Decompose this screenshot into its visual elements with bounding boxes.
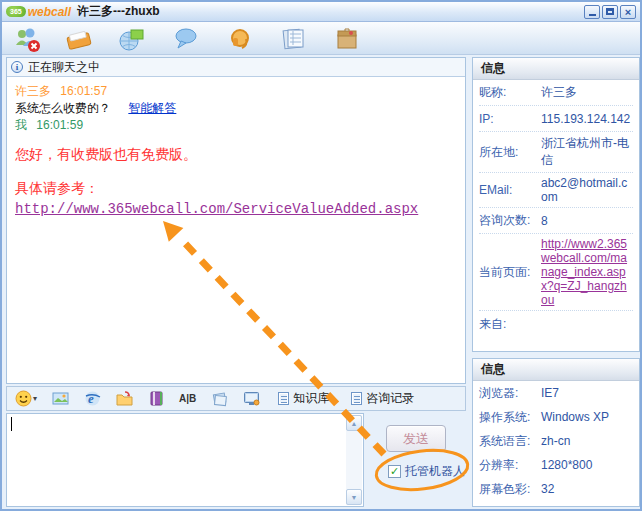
smart-answer-link[interactable]: 智能解答 <box>128 101 176 115</box>
reply-url-link[interactable]: http://www.365webcall.com/ServiceValueAd… <box>15 201 418 217</box>
info-label: 浏览器: <box>479 385 541 402</box>
info-icon: i <box>11 61 23 73</box>
app-window: 365 webcall 许三多---zhuxb × <box>0 0 642 511</box>
robot-checkbox-label: 托管机器人 <box>405 463 465 480</box>
info-row-nickname: 昵称: 许三多 <box>479 80 633 106</box>
chat-panel: i 正在聊天之中 许三多 16:01:57 系统怎么收费的？ 智能解答 我 16… <box>6 57 466 384</box>
main-toolbar <box>2 22 640 55</box>
chat-log[interactable]: 许三多 16:01:57 系统怎么收费的？ 智能解答 我 16:01:59 您好… <box>7 77 465 383</box>
scroll-up-button[interactable]: ▲ <box>346 415 362 431</box>
scroll-down-button[interactable]: ▼ <box>346 489 362 505</box>
document-icon <box>278 392 289 405</box>
logo-brand: webcall <box>28 5 71 19</box>
document-icon <box>351 392 362 405</box>
reply-line-1: 您好，有收费版也有免费版。 <box>15 144 457 164</box>
chat-history-label: 咨询记录 <box>366 390 414 407</box>
info-row-color-depth: 屏幕色彩: 32 <box>479 477 633 501</box>
message-input[interactable]: ▲ ▼ <box>6 413 364 507</box>
info-label: EMail: <box>479 183 541 197</box>
info-row-resolution: 分辨率: 1280*800 <box>479 453 633 477</box>
info-row-visits: 咨询次数: 8 <box>479 208 633 234</box>
info-label: 操作系统: <box>479 409 541 426</box>
maximize-icon <box>606 8 614 15</box>
font-style-button[interactable]: A|B <box>179 393 196 404</box>
maximize-button[interactable] <box>602 5 618 19</box>
info-value: zh-cn <box>541 434 633 448</box>
toolbox-button[interactable] <box>334 25 362 53</box>
close-button[interactable]: × <box>620 5 636 19</box>
browser-button[interactable]: e <box>84 390 101 407</box>
info-row-referrer: 来自: <box>479 311 633 337</box>
my-name: 我 <box>15 118 27 132</box>
info-value: IE7 <box>541 386 633 400</box>
info-value: abc2@hotmail.com <box>541 176 633 204</box>
robot-checkbox-row[interactable]: 托管机器人 <box>388 463 465 480</box>
info-row-current-page: 当前页面: http://www2.365webcall.com/manage_… <box>479 234 633 311</box>
composer-toolbar: ▾ e A|B 知识库 <box>6 386 466 411</box>
info-row-os: 操作系统: Windows XP <box>479 405 633 429</box>
my-message-header: 我 16:01:59 <box>15 117 457 134</box>
info-row-browser: 浏览器: IE7 <box>479 381 633 405</box>
block-user-button[interactable] <box>13 25 41 53</box>
title-bar: 365 webcall 许三多---zhuxb × <box>2 2 640 22</box>
send-message-button[interactable] <box>172 25 200 53</box>
visitor-name: 许三多 <box>15 84 51 98</box>
visitor-info-header: 信息 <box>473 58 639 80</box>
info-label: 系统语言: <box>479 433 541 450</box>
chat-records-button[interactable] <box>280 25 308 53</box>
chat-records-icon <box>280 25 308 53</box>
info-value: 32 <box>541 482 633 496</box>
visitor-info-panel: 信息 昵称: 许三多 IP: 115.193.124.142 所在地: 浙江省杭… <box>472 57 640 352</box>
input-scrollbar[interactable]: ▲ ▼ <box>346 415 362 505</box>
documents-button[interactable] <box>211 390 228 407</box>
info-row-email: EMail: abc2@hotmail.com <box>479 173 633 208</box>
reply-line-2: 具体请参考： <box>15 178 457 198</box>
current-page-link[interactable]: http://www2.365webcall.com/manage_index.… <box>541 237 633 307</box>
chat-status-bar: i 正在聊天之中 <box>7 58 465 77</box>
info-label: 当前页面: <box>479 264 541 281</box>
info-label: 屏幕色彩: <box>479 481 541 498</box>
insert-image-button[interactable] <box>52 390 69 407</box>
chat-history-button[interactable]: 咨询记录 <box>351 390 414 407</box>
info-label: IP: <box>479 112 541 126</box>
send-message-icon <box>172 25 200 53</box>
info-label: 分辨率: <box>479 457 541 474</box>
voice-chat-button[interactable] <box>226 25 254 53</box>
info-value: 115.193.124.142 <box>541 112 633 126</box>
minimize-button[interactable] <box>584 5 600 19</box>
voice-chat-icon <box>226 25 254 53</box>
visitor-message-text: 系统怎么收费的？ <box>15 101 111 115</box>
robot-checkbox[interactable] <box>388 465 401 478</box>
emoticon-dropdown-icon[interactable]: ▾ <box>33 394 37 403</box>
screen-capture-button[interactable] <box>243 390 260 407</box>
info-value: 许三多 <box>541 84 633 101</box>
emoticon-button[interactable] <box>15 390 32 407</box>
info-value: Windows XP <box>541 410 633 424</box>
system-info-header: 信息 <box>473 359 639 381</box>
info-row-location: 所在地: 浙江省杭州市-电信 <box>479 132 633 173</box>
info-value: 浙江省杭州市-电信 <box>541 135 633 169</box>
text-caret <box>11 417 12 431</box>
info-row-language: 系统语言: zh-cn <box>479 429 633 453</box>
info-value: 1280*800 <box>541 458 633 472</box>
chat-status-text: 正在聊天之中 <box>28 59 100 76</box>
send-webpage-button[interactable] <box>118 25 146 53</box>
visitor-message-header: 许三多 16:01:57 <box>15 83 457 100</box>
knowledge-base-label: 知识库 <box>293 390 329 407</box>
send-file-button[interactable] <box>116 390 133 407</box>
system-info-panel: 信息 浏览器: IE7 操作系统: Windows XP 系统语言: zh-cn… <box>472 358 640 507</box>
my-timestamp: 16:01:59 <box>36 118 83 132</box>
svg-text:e: e <box>88 391 94 406</box>
minimize-icon <box>589 14 596 16</box>
send-webpage-icon <box>118 25 146 53</box>
dictionary-button[interactable] <box>148 390 165 407</box>
knowledge-base-button[interactable]: 知识库 <box>278 390 329 407</box>
block-user-icon <box>13 25 41 53</box>
send-button[interactable]: 发送 <box>386 425 446 452</box>
toolbox-icon <box>334 25 362 53</box>
info-label: 所在地: <box>479 144 541 161</box>
address-book-button[interactable] <box>65 25 93 53</box>
info-value: 8 <box>541 214 633 228</box>
logo-365-icon: 365 <box>6 6 26 17</box>
info-label: 来自: <box>479 316 541 333</box>
